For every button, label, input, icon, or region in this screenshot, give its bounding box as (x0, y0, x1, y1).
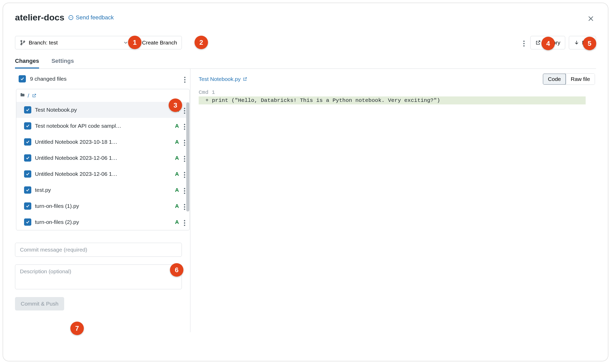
file-row[interactable]: Untitled Notebook 2023-12-06 1…A (16, 166, 189, 182)
file-status: A (174, 139, 180, 145)
file-row-menu[interactable] (183, 153, 186, 163)
cmd-label: Cmd 1 (199, 89, 595, 95)
svg-point-2 (71, 17, 71, 18)
select-all-checkbox[interactable] (19, 75, 26, 82)
file-status: A (174, 123, 180, 129)
folder-icon (20, 92, 25, 99)
scrollbar-thumb[interactable] (186, 102, 189, 211)
tabs: Changes Settings (15, 58, 596, 69)
file-row[interactable]: Test notebook for API code sampl…A (16, 118, 189, 134)
branch-selector[interactable]: Branch: test (15, 36, 133, 49)
file-checkbox[interactable] (24, 122, 31, 130)
file-row[interactable]: Test Notebook.pyA (16, 102, 189, 118)
kebab-icon (184, 156, 185, 162)
file-row[interactable]: turn-on-files (2).pyA (16, 214, 189, 230)
kebab-icon (184, 124, 185, 130)
file-checkbox[interactable] (24, 170, 31, 178)
file-checkbox[interactable] (24, 138, 31, 146)
file-row-menu[interactable] (183, 121, 186, 131)
changes-header: 9 changed files (15, 69, 190, 89)
file-checkbox[interactable] (24, 218, 31, 226)
file-row[interactable]: Untitled Notebook 2023-12-06 1…A (16, 150, 189, 166)
annotation-badge: 2 (195, 36, 208, 49)
preview-file-link[interactable]: Test Notebook.py (199, 76, 247, 82)
branch-label: Branch: test (29, 40, 58, 46)
file-list: Test Notebook.pyATest notebook for API c… (16, 102, 189, 230)
feedback-label: Send feedback (76, 14, 114, 21)
preview-pane: Test Notebook.py Code Raw file Cmd 1 pri… (190, 69, 596, 332)
commit-message-input[interactable] (15, 243, 182, 257)
file-row-menu[interactable] (183, 185, 186, 195)
svg-point-6 (24, 41, 25, 42)
file-checkbox[interactable] (24, 202, 31, 210)
file-name: Untitled Notebook 2023-12-06 1… (35, 155, 170, 161)
annotation-badge: 5 (583, 37, 596, 50)
file-status: A (174, 155, 180, 161)
more-actions-button[interactable] (521, 37, 527, 49)
file-name: turn-on-files (2).py (35, 219, 170, 225)
annotation-badge: 6 (170, 263, 183, 277)
create-branch-button[interactable]: Create Branch (137, 36, 182, 49)
file-name: Test notebook for API code sampl… (35, 123, 170, 129)
commit-description-input[interactable] (15, 264, 182, 289)
file-tree: / Test Notebook.pyATest notebook for API… (16, 89, 190, 230)
toolbar: Branch: test Create Branch History Pull (15, 36, 596, 49)
kebab-icon (184, 188, 185, 194)
svg-point-5 (21, 44, 22, 45)
svg-point-4 (21, 40, 22, 42)
diff-added-line: print ("Hello, Databricks! This is a Pyt… (199, 96, 589, 104)
kebab-icon (184, 172, 185, 178)
file-row-menu[interactable] (183, 137, 186, 147)
content-area: 9 changed files / Test Notebook.pyATest … (15, 69, 596, 332)
file-checkbox[interactable] (24, 106, 31, 113)
kebab-icon (184, 220, 185, 226)
external-link-icon (243, 77, 247, 81)
file-status: A (174, 219, 180, 225)
send-feedback-link[interactable]: Send feedback (68, 14, 114, 21)
file-row[interactable]: test.pyA (16, 182, 189, 198)
file-row-menu[interactable] (183, 169, 186, 179)
file-name: turn-on-files (1).py (35, 203, 170, 209)
kebab-icon (184, 204, 185, 210)
branch-icon (20, 40, 26, 46)
kebab-icon (184, 77, 185, 83)
git-dialog: atelier-docs Send feedback Branch: test … (3, 3, 608, 361)
diff-view: Cmd 1 print ("Hello, Databricks! This is… (199, 89, 595, 104)
file-checkbox[interactable] (24, 154, 31, 162)
annotation-badge: 7 (70, 322, 84, 335)
kebab-icon (184, 140, 185, 146)
file-name: Test Notebook.py (35, 107, 170, 113)
changes-more-button[interactable] (182, 73, 188, 85)
changes-summary: 9 changed files (30, 76, 178, 82)
root-folder-row[interactable]: / (16, 89, 189, 102)
file-status: A (174, 187, 180, 193)
file-row-menu[interactable] (183, 201, 186, 211)
file-checkbox[interactable] (24, 186, 31, 194)
view-mode-toggle: Code Raw file (543, 73, 595, 85)
file-row-menu[interactable] (183, 105, 186, 115)
close-icon (587, 15, 594, 22)
tab-settings[interactable]: Settings (51, 58, 74, 69)
preview-header: Test Notebook.py Code Raw file (199, 73, 595, 85)
arrow-down-icon (574, 40, 579, 46)
close-button[interactable] (586, 13, 596, 25)
file-name: Untitled Notebook 2023-12-06 1… (35, 171, 170, 177)
view-raw-button[interactable]: Raw file (566, 74, 595, 85)
file-status: A (174, 203, 180, 209)
feedback-icon (68, 15, 74, 20)
tab-changes[interactable]: Changes (15, 58, 39, 69)
file-row[interactable]: turn-on-files (1).pyA (16, 198, 189, 214)
repo-title: atelier-docs (15, 12, 64, 22)
changes-pane: 9 changed files / Test Notebook.pyATest … (15, 69, 190, 332)
chevron-down-icon (123, 40, 129, 46)
file-row[interactable]: Untitled Notebook 2023-10-18 1…A (16, 134, 189, 150)
svg-point-1 (70, 17, 70, 18)
commit-push-button[interactable]: Commit & Push (15, 297, 64, 310)
svg-point-3 (72, 17, 72, 18)
file-row-menu[interactable] (183, 217, 186, 227)
external-link-icon (535, 40, 541, 46)
view-code-button[interactable]: Code (543, 73, 566, 85)
annotation-badge: 4 (541, 37, 555, 50)
commit-area: Commit & Push (15, 243, 190, 310)
dialog-header: atelier-docs Send feedback (15, 12, 596, 22)
